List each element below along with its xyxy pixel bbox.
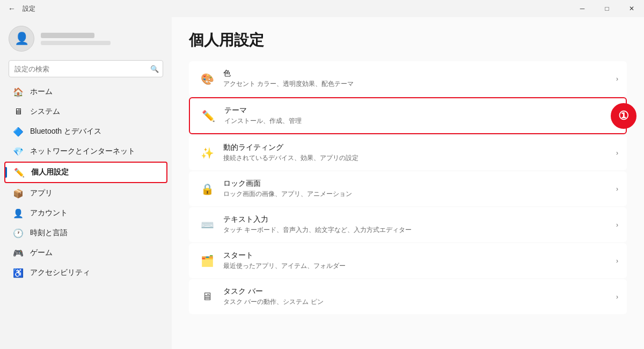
taskbar-icon: 🖥 bbox=[197, 287, 217, 307]
page-title: 個人用設定 bbox=[189, 30, 627, 50]
sidebar-item-label: ネットワークとインターネット bbox=[30, 147, 135, 156]
color-icon: 🎨 bbox=[197, 69, 217, 89]
text-input-icon: ⌨️ bbox=[197, 215, 217, 235]
sidebar-item-label: アクセシビリティ bbox=[30, 268, 90, 278]
sidebar-item-personalization[interactable]: ✏️ 個人用設定 bbox=[4, 162, 167, 183]
titlebar: ← 設定 ─ □ ✕ bbox=[0, 0, 644, 17]
search-box: 🔍 bbox=[9, 60, 163, 77]
time-icon: 🕐 bbox=[13, 228, 24, 238]
chevron-right-icon: › bbox=[616, 185, 618, 193]
settings-item-text: スタート 最近使ったアプリ、アイテム、フォルダー bbox=[223, 251, 612, 271]
active-indicator bbox=[5, 167, 7, 178]
user-info bbox=[41, 33, 111, 45]
settings-item-text: テキスト入力 タッチ キーボード、音声入力、絵文字など、入力方式エディター bbox=[223, 215, 612, 235]
settings-item-desc: 最近使ったアプリ、アイテム、フォルダー bbox=[223, 261, 612, 271]
minimize-button[interactable]: ─ bbox=[570, 0, 595, 17]
gaming-icon: 🎮 bbox=[13, 248, 24, 258]
system-icon: 🖥 bbox=[13, 106, 24, 117]
home-icon: 🏠 bbox=[13, 86, 24, 97]
settings-item-desc: タスク バーの動作、システム ピン bbox=[223, 297, 612, 307]
accounts-icon: 👤 bbox=[13, 208, 24, 219]
apps-icon: 📦 bbox=[13, 188, 24, 199]
user-profile[interactable]: 👤 bbox=[0, 17, 172, 58]
chevron-right-icon: › bbox=[616, 221, 618, 229]
user-email bbox=[41, 41, 111, 45]
start-icon: 🗂️ bbox=[197, 251, 217, 271]
sidebar-item-system[interactable]: 🖥 システム bbox=[4, 102, 167, 121]
network-icon: 💎 bbox=[13, 146, 24, 157]
annotation-circle-1: ① bbox=[611, 103, 636, 129]
settings-item-desc: ロック画面の画像、アプリ、アニメーション bbox=[223, 190, 612, 199]
settings-item-color[interactable]: 🎨 色 アクセント カラー、透明度効果、配色テーマ › bbox=[189, 61, 627, 96]
settings-list: 🎨 色 アクセント カラー、透明度効果、配色テーマ › ✏️ テーマ インストー… bbox=[189, 61, 627, 314]
chevron-right-icon: › bbox=[616, 293, 618, 301]
sidebar: 👤 🔍 🏠 ホーム 🖥 システム 🔷 Bluetooth bbox=[0, 17, 172, 349]
settings-item-text: 色 アクセント カラー、透明度効果、配色テーマ bbox=[223, 69, 612, 89]
settings-item-desc: 接続されているデバイス、効果、アプリの設定 bbox=[223, 154, 612, 163]
settings-item-text: テーマ インストール、作成、管理 bbox=[224, 106, 611, 126]
sidebar-item-gaming[interactable]: 🎮 ゲーム bbox=[4, 243, 167, 263]
settings-item-title: 動的ライティング bbox=[223, 143, 612, 152]
sidebar-item-accounts[interactable]: 👤 アカウント bbox=[4, 203, 167, 223]
settings-item-dynamic-lighting[interactable]: ✨ 動的ライティング 接続されているデバイス、効果、アプリの設定 › bbox=[189, 135, 627, 170]
settings-item-title: テキスト入力 bbox=[223, 215, 612, 224]
titlebar-controls: ─ □ ✕ bbox=[570, 0, 644, 17]
settings-item-text: 動的ライティング 接続されているデバイス、効果、アプリの設定 bbox=[223, 143, 612, 163]
sidebar-item-label: 個人用設定 bbox=[31, 168, 69, 177]
settings-item-desc: インストール、作成、管理 bbox=[224, 117, 611, 126]
sidebar-item-label: アプリ bbox=[30, 188, 53, 198]
settings-item-text-input[interactable]: ⌨️ テキスト入力 タッチ キーボード、音声入力、絵文字など、入力方式エディター… bbox=[189, 207, 627, 242]
settings-item-title: ロック画面 bbox=[223, 179, 612, 188]
sidebar-item-home[interactable]: 🏠 ホーム bbox=[4, 82, 167, 101]
sidebar-item-accessibility[interactable]: ♿ アクセシビリティ bbox=[4, 263, 167, 282]
settings-item-title: 色 bbox=[223, 69, 612, 78]
settings-item-desc: アクセント カラー、透明度効果、配色テーマ bbox=[223, 79, 612, 89]
bluetooth-icon: 🔷 bbox=[13, 126, 24, 137]
theme-icon: ✏️ bbox=[199, 106, 218, 126]
lock-screen-icon: 🔒 bbox=[197, 179, 217, 199]
settings-item-title: テーマ bbox=[224, 106, 611, 115]
settings-item-theme[interactable]: ✏️ テーマ インストール、作成、管理 › ① bbox=[189, 97, 627, 134]
settings-item-desc: タッチ キーボード、音声入力、絵文字など、入力方式エディター bbox=[223, 226, 612, 235]
settings-item-title: スタート bbox=[223, 251, 612, 260]
maximize-button[interactable]: □ bbox=[595, 0, 619, 17]
sidebar-item-label: 時刻と言語 bbox=[30, 228, 68, 238]
personalization-icon: ✏️ bbox=[14, 167, 25, 178]
sidebar-nav: 🏠 ホーム 🖥 システム 🔷 Bluetooth とデバイス 💎 ネットワークと… bbox=[0, 82, 172, 283]
app-body: 👤 🔍 🏠 ホーム 🖥 システム 🔷 Bluetooth bbox=[0, 17, 644, 349]
titlebar-title: 設定 bbox=[23, 4, 35, 13]
settings-item-taskbar[interactable]: 🖥 タスク バー タスク バーの動作、システム ピン › bbox=[189, 279, 627, 314]
content-area: 個人用設定 🎨 色 アクセント カラー、透明度効果、配色テーマ › ✏️ テーマ… bbox=[172, 17, 644, 349]
sidebar-item-label: システム bbox=[30, 107, 60, 117]
search-input[interactable] bbox=[9, 60, 163, 77]
sidebar-item-label: ゲーム bbox=[30, 248, 53, 258]
user-name bbox=[41, 33, 94, 38]
sidebar-item-label: Bluetooth とデバイス bbox=[30, 127, 101, 136]
settings-item-start[interactable]: 🗂️ スタート 最近使ったアプリ、アイテム、フォルダー › bbox=[189, 243, 627, 278]
settings-item-text: タスク バー タスク バーの動作、システム ピン bbox=[223, 287, 612, 307]
search-icon: 🔍 bbox=[150, 65, 159, 73]
back-button[interactable]: ← bbox=[4, 1, 19, 16]
sidebar-item-network[interactable]: 💎 ネットワークとインターネット bbox=[4, 142, 167, 161]
settings-item-text: ロック画面 ロック画面の画像、アプリ、アニメーション bbox=[223, 179, 612, 199]
sidebar-item-label: アカウント bbox=[30, 208, 68, 218]
avatar: 👤 bbox=[9, 26, 34, 52]
sidebar-item-time[interactable]: 🕐 時刻と言語 bbox=[4, 223, 167, 243]
sidebar-item-bluetooth[interactable]: 🔷 Bluetooth とデバイス bbox=[4, 122, 167, 141]
accessibility-icon: ♿ bbox=[13, 267, 24, 278]
sidebar-item-label: ホーム bbox=[30, 87, 53, 97]
sidebar-item-apps[interactable]: 📦 アプリ bbox=[4, 184, 167, 203]
chevron-right-icon: › bbox=[616, 257, 618, 265]
chevron-right-icon: › bbox=[616, 75, 618, 83]
close-button[interactable]: ✕ bbox=[619, 0, 644, 17]
settings-item-lock-screen[interactable]: 🔒 ロック画面 ロック画面の画像、アプリ、アニメーション › bbox=[189, 171, 627, 206]
dynamic-lighting-icon: ✨ bbox=[197, 143, 217, 163]
settings-item-title: タスク バー bbox=[223, 287, 612, 296]
chevron-right-icon: › bbox=[616, 149, 618, 157]
